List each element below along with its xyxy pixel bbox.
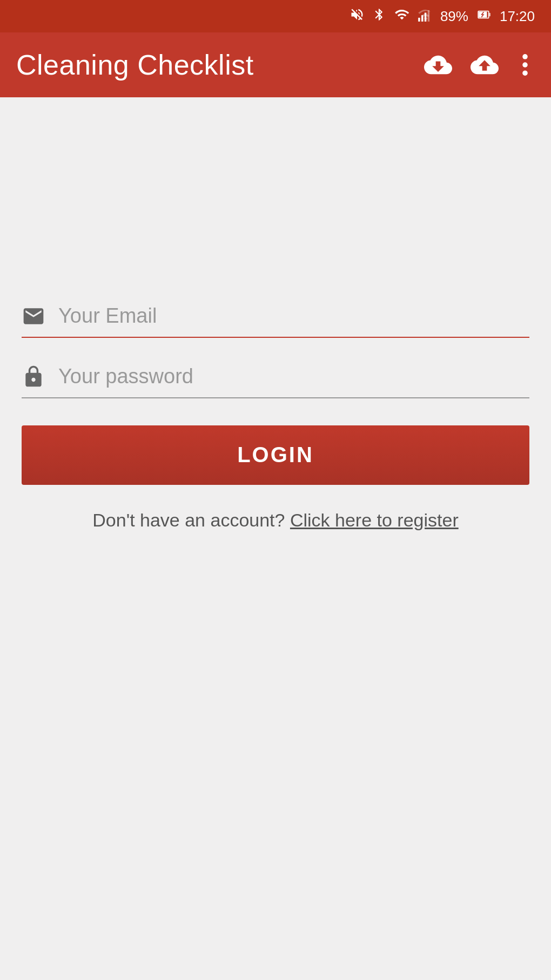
svg-rect-0 xyxy=(418,18,420,22)
register-section: Don't have an account? Click here to reg… xyxy=(22,506,529,534)
battery-percent: 89% xyxy=(440,8,468,25)
status-icons: 89% 17:20 xyxy=(350,7,535,25)
svg-rect-1 xyxy=(421,15,424,22)
time-display: 17:20 xyxy=(500,8,535,25)
svg-rect-3 xyxy=(428,10,430,22)
battery-icon xyxy=(476,8,492,25)
svg-rect-2 xyxy=(425,13,427,22)
password-icon xyxy=(22,365,45,389)
register-link[interactable]: Click here to register xyxy=(290,510,459,530)
signal-icon xyxy=(418,7,433,25)
status-bar: 89% 17:20 xyxy=(0,0,551,32)
email-input-group xyxy=(22,304,529,338)
app-title: Cleaning Checklist xyxy=(16,49,412,81)
app-bar-actions xyxy=(422,51,535,79)
email-input[interactable] xyxy=(58,304,529,328)
wifi-icon xyxy=(394,7,410,25)
menu-button[interactable] xyxy=(515,51,535,79)
password-input[interactable] xyxy=(58,365,529,388)
login-button[interactable]: LOGIN xyxy=(22,425,529,485)
download-button[interactable] xyxy=(422,51,454,79)
svg-point-8 xyxy=(522,62,528,68)
svg-point-9 xyxy=(522,70,528,76)
form-container: LOGIN Don't have an account? Click here … xyxy=(22,304,529,566)
svg-point-7 xyxy=(522,54,528,59)
password-input-group xyxy=(22,365,529,398)
bluetooth-icon xyxy=(372,8,386,25)
app-bar: Cleaning Checklist xyxy=(0,32,551,97)
upload-button[interactable] xyxy=(469,51,500,79)
svg-rect-5 xyxy=(489,13,490,17)
mute-icon xyxy=(350,7,365,25)
no-account-text: Don't have an account? xyxy=(92,510,285,530)
main-content: LOGIN Don't have an account? Click here … xyxy=(0,97,551,980)
email-icon xyxy=(22,304,45,328)
